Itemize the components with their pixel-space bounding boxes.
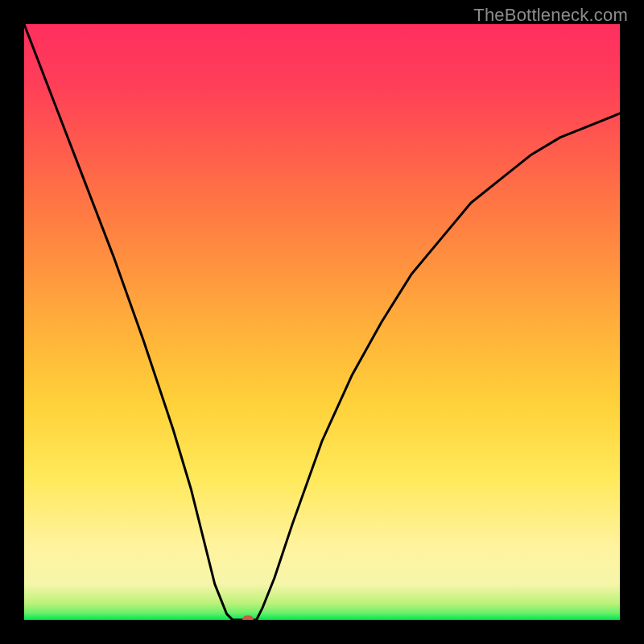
plot-area [24, 24, 620, 620]
bottleneck-curve [24, 24, 620, 620]
optimum-marker [242, 616, 254, 621]
chart-frame: TheBottleneck.com [0, 0, 644, 644]
watermark-text: TheBottleneck.com [473, 5, 628, 26]
